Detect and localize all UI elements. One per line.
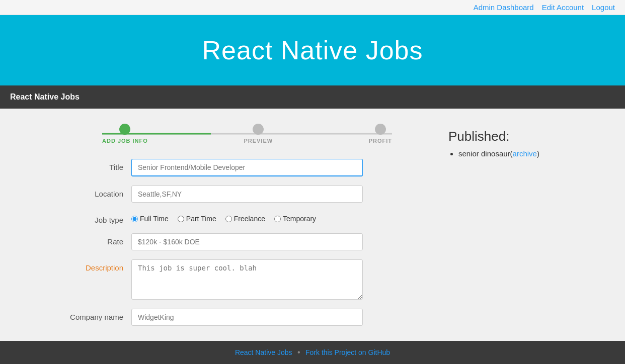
description-textarea[interactable] [131,259,363,300]
brand-nav: React Native Jobs [0,85,625,109]
main-content: ADD JOB INFO PREVIEW PROFIT Title Locati… [36,109,589,350]
step-label-1: ADD JOB INFO [102,138,148,144]
jobtype-fulltime-label: Full Time [140,215,169,223]
brand-name: React Native Jobs [10,93,80,101]
step-preview: PREVIEW [244,124,273,144]
hero-banner: React Native Jobs [0,15,625,85]
footer-link-1[interactable]: React Native Jobs [235,348,292,356]
description-row: Description [66,259,428,300]
jobtype-temporary-label: Temporary [283,215,316,223]
top-nav: Admin Dashboard Edit Account Logout [0,0,625,15]
published-heading: Published: [448,129,559,144]
radio-parttime[interactable] [178,216,184,222]
step-profit: PROFIT [369,124,392,144]
location-row: Location [66,186,428,203]
title-input[interactable] [131,159,363,176]
jobtype-parttime[interactable]: Part Time [178,215,216,223]
rate-input[interactable] [131,233,363,250]
jobtype-freelance-label: Freelance [234,215,265,223]
jobtype-label: Job type [66,212,131,224]
step-label-2: PREVIEW [244,138,273,144]
jobtype-radio-group: Full Time Part Time Freelance Temporary [131,212,316,223]
list-item: senior dinosaur(archive) [458,149,559,158]
published-list: senior dinosaur(archive) [448,149,559,158]
company-row: Company name [66,309,428,326]
archive-link[interactable]: archive [513,149,537,158]
jobtype-freelance[interactable]: Freelance [225,215,265,223]
radio-freelance[interactable] [225,216,232,222]
logout-link[interactable]: Logout [592,3,615,12]
company-input[interactable] [131,309,363,326]
description-label: Description [66,259,131,272]
form-section: ADD JOB INFO PREVIEW PROFIT Title Locati… [66,124,428,335]
step-add-job-info: ADD JOB INFO [102,124,148,144]
location-input[interactable] [131,186,363,203]
jobtype-row: Job type Full Time Part Time Freelance T… [66,212,428,224]
jobtype-temporary[interactable]: Temporary [274,215,316,223]
published-section: Published: senior dinosaur(archive) [448,124,559,335]
stepper-steps: ADD JOB INFO PREVIEW PROFIT [102,124,392,144]
hero-title: React Native Jobs [10,35,615,65]
radio-fulltime[interactable] [131,216,138,222]
rate-label: Rate [66,233,131,246]
footer-link-2[interactable]: Fork this Project on GitHub [305,348,390,356]
footer-separator: • [297,348,300,356]
radio-temporary[interactable] [274,216,281,222]
jobtype-parttime-label: Part Time [186,215,216,223]
step-circle-1 [119,124,130,135]
rate-row: Rate [66,233,428,250]
footer: React Native Jobs • Fork this Project on… [0,341,625,364]
step-label-3: PROFIT [369,138,392,144]
location-label: Location [66,186,131,198]
company-label: Company name [66,309,131,321]
admin-dashboard-link[interactable]: Admin Dashboard [474,3,534,12]
title-label: Title [66,159,131,171]
step-circle-2 [253,124,264,135]
jobtype-fulltime[interactable]: Full Time [131,215,169,223]
published-item-text: senior dinosaur [458,149,510,158]
edit-account-link[interactable]: Edit Account [542,3,584,12]
title-row: Title [66,159,428,176]
step-circle-3 [375,124,386,135]
progress-stepper: ADD JOB INFO PREVIEW PROFIT [66,124,428,144]
